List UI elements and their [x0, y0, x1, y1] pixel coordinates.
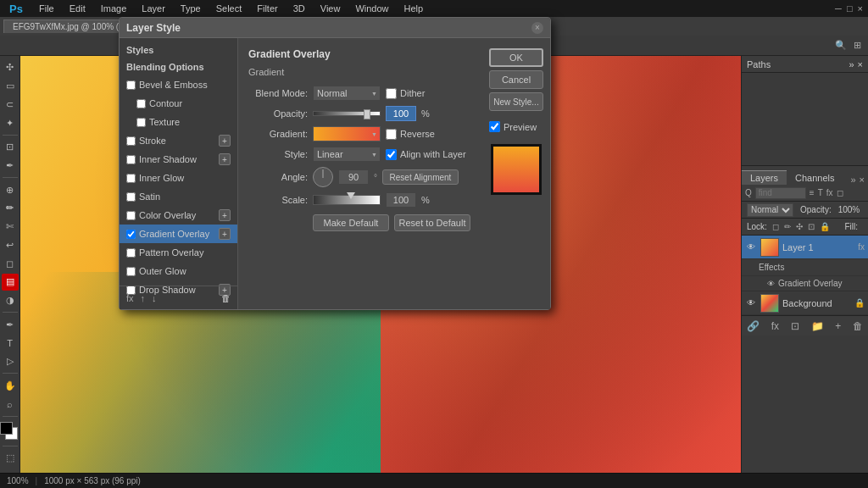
blend-mode-select-dialog[interactable]: Normal	[313, 86, 381, 101]
scale-slider[interactable]	[313, 195, 381, 205]
shape-tool[interactable]: ▷	[2, 353, 19, 370]
gradient-tool[interactable]: ▤	[2, 274, 19, 291]
effect-icon[interactable]: fx	[826, 188, 833, 197]
style-satin[interactable]: Satin	[120, 187, 237, 206]
eraser-tool[interactable]: ◻	[2, 255, 19, 272]
gradient-overlay-eye[interactable]: 👁	[767, 280, 775, 288]
contour-check[interactable]	[136, 99, 146, 108]
angle-dial[interactable]	[313, 167, 333, 187]
layer-row-layer1[interactable]: 👁 Layer 1 fx	[742, 236, 868, 259]
menu-edit[interactable]: Edit	[66, 3, 89, 14]
paths-panel-close[interactable]: ×	[858, 59, 863, 69]
style-outer-glow[interactable]: Outer Glow	[120, 262, 237, 280]
zoom-tool[interactable]: ⌕	[2, 396, 19, 413]
close-icon[interactable]: ×	[858, 3, 863, 14]
opacity-slider[interactable]	[313, 111, 381, 116]
style-pattern-overlay[interactable]: Pattern Overlay	[120, 243, 237, 262]
gradient-preview-button[interactable]	[313, 126, 381, 141]
mode-icon[interactable]: ◻	[837, 188, 843, 197]
background-visibility-eye[interactable]: 👁	[745, 297, 757, 309]
hand-tool[interactable]: ✋	[2, 377, 19, 394]
menu-type[interactable]: Type	[177, 3, 204, 14]
eyedropper-tool[interactable]: ✒	[2, 158, 19, 175]
style-paste-icon[interactable]: ↓	[152, 293, 157, 303]
inner-glow-check[interactable]	[126, 174, 136, 183]
lock-position-icon[interactable]: ✣	[796, 222, 803, 231]
cancel-button[interactable]: Cancel	[489, 70, 543, 89]
color-overlay-check[interactable]	[126, 211, 136, 220]
new-group-icon[interactable]: 📁	[811, 320, 824, 332]
align-layer-check[interactable]	[386, 149, 397, 160]
layers-panel-close[interactable]: ×	[860, 175, 865, 185]
style-inner-shadow[interactable]: Inner Shadow +	[120, 150, 237, 169]
menu-filter[interactable]: Filter	[253, 3, 281, 14]
dither-check[interactable]	[386, 88, 397, 99]
layer-row-background[interactable]: 👁 Background 🔒	[742, 291, 868, 315]
stroke-plus[interactable]: +	[219, 135, 231, 147]
arrange-icon[interactable]: ⊞	[854, 40, 861, 51]
search-icon[interactable]: 🔍	[835, 40, 847, 51]
menu-image[interactable]: Image	[97, 3, 131, 14]
reverse-check[interactable]	[386, 129, 397, 140]
link-layers-icon[interactable]: 🔗	[747, 320, 760, 332]
menu-help[interactable]: Help	[401, 3, 427, 14]
new-style-button[interactable]: New Style...	[489, 92, 543, 111]
style-stroke[interactable]: Stroke +	[120, 131, 237, 150]
type-icon[interactable]: T	[818, 188, 823, 197]
lock-pixels-icon[interactable]: ✏	[784, 222, 791, 231]
menu-view[interactable]: View	[317, 3, 344, 14]
inner-shadow-check[interactable]	[126, 155, 136, 164]
style-bevel-emboss[interactable]: Bevel & Emboss	[120, 75, 237, 94]
opacity-value[interactable]: 100%	[838, 205, 860, 214]
healing-tool[interactable]: ⊕	[2, 181, 19, 198]
bevel-emboss-check[interactable]	[126, 80, 136, 90]
delete-layer-icon[interactable]: 🗑	[853, 320, 863, 332]
texture-check[interactable]	[136, 118, 146, 127]
tab-layers[interactable]: Layers	[742, 170, 787, 185]
style-inner-glow[interactable]: Inner Glow	[120, 169, 237, 187]
layer1-gradient-overlay-row[interactable]: 👁 Gradient Overlay	[742, 276, 868, 291]
reset-default-button[interactable]: Reset to Default	[394, 214, 470, 231]
layer1-visibility-eye[interactable]: 👁	[745, 241, 757, 253]
history-brush-tool[interactable]: ↩	[2, 236, 19, 253]
gradient-overlay-check[interactable]	[126, 230, 136, 239]
text-tool[interactable]: T	[2, 335, 19, 352]
brush-tool[interactable]: ✏	[2, 200, 19, 217]
menu-3d[interactable]: 3D	[290, 3, 309, 14]
satin-check[interactable]	[126, 192, 136, 202]
add-style-icon[interactable]: fx	[771, 320, 779, 332]
pattern-overlay-check[interactable]	[126, 248, 136, 258]
style-copy-icon[interactable]: ↑	[141, 293, 146, 303]
kind-icon[interactable]: ≡	[810, 188, 815, 197]
angle-value-input[interactable]	[338, 169, 369, 185]
paths-panel-collapse[interactable]: »	[849, 59, 854, 69]
scale-thumb[interactable]	[347, 192, 355, 199]
style-gradient-overlay[interactable]: Gradient Overlay +	[120, 225, 237, 243]
magic-wand-tool[interactable]: ✦	[2, 114, 19, 131]
style-select[interactable]: Linear	[313, 147, 381, 162]
style-delete-icon[interactable]: 🗑	[221, 293, 231, 303]
dialog-close-button[interactable]: ×	[531, 22, 543, 34]
minimize-icon[interactable]: ─	[835, 3, 842, 14]
move-tool[interactable]: ✣	[2, 59, 19, 76]
style-fx-icon[interactable]: fx	[126, 293, 134, 303]
pen-tool[interactable]: ✒	[2, 316, 19, 333]
add-mask-icon[interactable]: ⊡	[791, 320, 799, 332]
lasso-tool[interactable]: ⊂	[2, 96, 19, 113]
lock-artboard-icon[interactable]: ⊡	[808, 222, 815, 231]
stroke-check[interactable]	[126, 136, 136, 146]
quick-mask-tool[interactable]: ⬚	[2, 450, 19, 467]
marquee-tool[interactable]: ▭	[2, 78, 19, 95]
inner-shadow-plus[interactable]: +	[219, 153, 231, 165]
blend-mode-select[interactable]: Normal	[747, 203, 793, 217]
dodge-tool[interactable]: ◑	[2, 292, 19, 309]
color-overlay-plus[interactable]: +	[219, 209, 231, 221]
style-texture[interactable]: Texture	[120, 113, 237, 131]
style-color-overlay[interactable]: Color Overlay +	[120, 206, 237, 225]
menu-layer[interactable]: Layer	[138, 3, 169, 14]
opacity-value-input[interactable]	[386, 106, 416, 121]
clone-tool[interactable]: ✄	[2, 219, 19, 236]
layers-panel-collapse[interactable]: »	[850, 175, 855, 185]
blending-options-header[interactable]: Blending Options	[120, 60, 237, 75]
ok-button[interactable]: OK	[489, 48, 543, 67]
